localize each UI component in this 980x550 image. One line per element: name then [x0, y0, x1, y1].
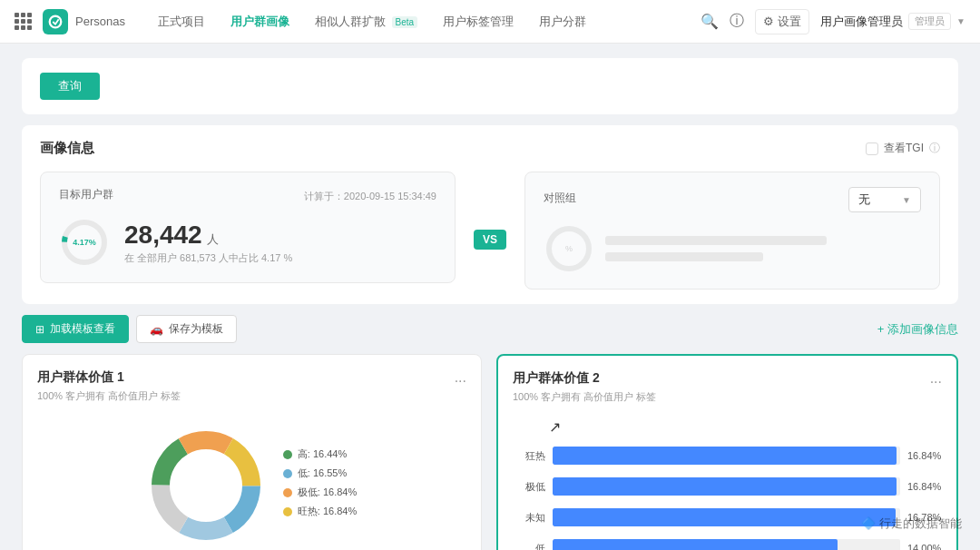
target-group-label: 目标用户群	[59, 187, 113, 202]
card2-subtitle: 100% 客户拥有 高价值用户 标签	[513, 390, 942, 404]
contrast-group-label: 对照组	[544, 191, 576, 206]
target-count-unit: 人	[207, 232, 219, 246]
bar-row-0: 狂热 16.84%	[513, 447, 942, 465]
legend-dot-low	[283, 469, 292, 478]
legend-dot-high	[283, 450, 292, 459]
bar-label-1: 极低	[513, 480, 545, 494]
user-dropdown-icon[interactable]: ▼	[956, 16, 965, 26]
card1-donut-container: 高: 16.44% 低: 16.55% 极低: 16.84% 旺热: 16.84…	[37, 417, 466, 550]
logo-area: Personas	[15, 9, 125, 34]
tgi-info-icon: ⓘ	[929, 141, 940, 156]
nav-item-portrait[interactable]: 用户群画像	[220, 10, 300, 34]
card2-title: 用户群体价值 2	[513, 370, 600, 387]
target-count-sub: 在 全部用户 681,573 人中占比 4.17 %	[124, 251, 292, 265]
legend-dot-hot	[283, 507, 292, 516]
action-left: ⊞ 加载模板查看 🚗 保存为模板	[22, 315, 237, 343]
legend-item-verylow: 极低: 16.84%	[283, 486, 357, 499]
bar-fill-2	[553, 508, 896, 526]
nav-item-segment[interactable]: 用户分群	[528, 10, 597, 34]
contrast-dropdown-icon: ▼	[902, 195, 911, 205]
nav-item-expand[interactable]: 相似人群扩散 Beta	[304, 10, 428, 34]
nav-right: 🔍 ⓘ ⚙ 设置 用户画像管理员 管理员 ▼	[701, 9, 965, 34]
nav-item-project[interactable]: 正式项目	[147, 10, 216, 34]
bar-value-1: 16.84%	[907, 481, 942, 492]
vs-button: VS	[474, 230, 506, 250]
contrast-line1	[605, 236, 827, 245]
user-info: 用户画像管理员 管理员 ▼	[820, 13, 965, 30]
nav-item-tags[interactable]: 用户标签管理	[432, 10, 524, 34]
target-group: 目标用户群 计算于：2020-09-15 15:34:49 4.17%	[40, 172, 456, 283]
top-nav: Personas 正式项目 用户群画像 相似人群扩散 Beta 用户标签管理 用…	[0, 0, 980, 44]
watermark: 🔷 行走的数据智能	[861, 516, 962, 532]
user-role: 管理员	[908, 13, 951, 30]
bar-value-0: 16.84%	[907, 450, 942, 461]
portrait-section: 画像信息 查看TGI ⓘ 目标用户群 计算于：2020-09-15 15:34:…	[22, 125, 958, 304]
bar-track-3	[553, 539, 900, 550]
bar-row-3: 低 14.00%	[513, 539, 942, 550]
contrast-donut: %	[544, 223, 594, 274]
legend-item-hot: 旺热: 16.84%	[283, 505, 357, 518]
main-content: 查询 画像信息 查看TGI ⓘ 目标用户群 计算于：2020-09-15 15:…	[0, 44, 980, 550]
query-button[interactable]: 查询	[40, 73, 100, 100]
target-donut-label: 4.17%	[73, 238, 96, 247]
bar-fill-0	[553, 447, 897, 465]
card2-bar-chart: 狂热 16.84% 极低 16.84% 未知	[513, 443, 942, 550]
contrast-group: 对照组 无 ▼ %	[524, 172, 940, 290]
card1-title: 用户群体价值 1	[37, 369, 124, 386]
portrait-header: 画像信息 查看TGI ⓘ	[40, 140, 940, 157]
section-title: 画像信息	[40, 140, 94, 157]
user-name: 用户画像管理员	[820, 14, 903, 30]
load-template-icon: ⊞	[35, 323, 44, 336]
bar-row-1: 极低 16.84%	[513, 477, 942, 496]
action-bar: ⊞ 加载模板查看 🚗 保存为模板 + 添加画像信息	[22, 315, 958, 343]
card1-more[interactable]: ...	[455, 369, 466, 386]
target-count: 28,442	[124, 221, 202, 249]
bar-label-0: 狂热	[513, 449, 545, 463]
compute-time: 计算于：2020-09-15 15:34:49	[304, 190, 436, 203]
bar-track-1	[553, 477, 900, 496]
nav-items: 正式项目 用户群画像 相似人群扩散 Beta 用户标签管理 用户分群	[147, 10, 597, 34]
bar-track-0	[553, 447, 900, 465]
bar-label-2: 未知	[513, 511, 545, 525]
card1-legend: 高: 16.44% 低: 16.55% 极低: 16.84% 旺热: 16.84…	[283, 447, 357, 524]
target-donut: 4.17%	[59, 217, 110, 268]
contrast-line2	[605, 252, 763, 261]
card2-header: 用户群体价值 2 ...	[513, 370, 942, 387]
contrast-donut-label: %	[565, 244, 573, 253]
user-group-container: 目标用户群 计算于：2020-09-15 15:34:49 4.17%	[40, 172, 940, 290]
bar-value-3: 14.00%	[907, 543, 942, 550]
contrast-select[interactable]: 无 ▼	[848, 187, 921, 212]
legend-item-low: 低: 16.55%	[283, 467, 357, 480]
grid-icon	[15, 13, 32, 30]
bar-fill-1	[553, 477, 897, 496]
contrast-info-area	[605, 236, 921, 261]
tgi-toggle[interactable]: 查看TGI ⓘ	[866, 141, 940, 156]
help-icon[interactable]: ⓘ	[730, 12, 744, 31]
load-template-button[interactable]: ⊞ 加载模板查看	[22, 315, 129, 343]
group-stats: 4.17% 28,442 人 在 全部用户 681,573 人中占比 4.17 …	[59, 217, 436, 268]
card-value-1: 用户群体价值 1 ... 100% 客户拥有 高价值用户 标签	[22, 354, 482, 550]
target-count-row: 28,442 人	[124, 221, 292, 250]
search-icon[interactable]: 🔍	[701, 13, 719, 30]
save-template-button[interactable]: 🚗 保存为模板	[136, 315, 237, 343]
bar-track-2	[553, 508, 900, 526]
save-template-icon: 🚗	[150, 323, 163, 336]
cards-container: 用户群体价值 1 ... 100% 客户拥有 高价值用户 标签	[22, 354, 958, 550]
card1-subtitle: 100% 客户拥有 高价值用户 标签	[37, 389, 466, 403]
tgi-checkbox[interactable]	[866, 142, 878, 155]
add-info-button[interactable]: + 添加画像信息	[877, 321, 958, 338]
bar-fill-3	[553, 539, 838, 550]
legend-item-high: 高: 16.44%	[283, 447, 357, 461]
target-group-count-area: 28,442 人 在 全部用户 681,573 人中占比 4.17 %	[124, 221, 292, 265]
cursor-indicator: ↗	[549, 418, 942, 436]
card1-donut-chart	[147, 427, 265, 545]
settings-button[interactable]: ⚙ 设置	[755, 9, 809, 34]
card1-header: 用户群体价值 1 ...	[37, 369, 466, 386]
contrast-body: %	[544, 223, 921, 274]
contrast-header-row: 对照组 无 ▼	[544, 187, 921, 212]
group-header-row: 目标用户群 计算于：2020-09-15 15:34:49	[59, 187, 436, 206]
bar-label-3: 低	[513, 542, 545, 551]
card2-more[interactable]: ...	[930, 370, 942, 387]
query-section: 查询	[22, 58, 958, 114]
svg-point-0	[50, 15, 62, 27]
